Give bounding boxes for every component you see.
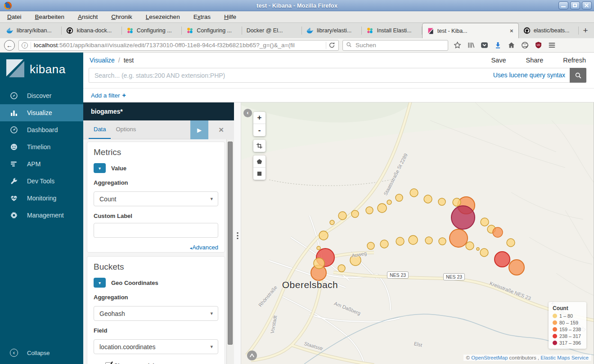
- breadcrumb-visualize-link[interactable]: Visualize: [90, 57, 115, 64]
- browser-tab-kibana-dock[interactable]: kibana-dock...: [62, 23, 122, 38]
- metric-aggregation-select[interactable]: Count ▾: [94, 191, 218, 206]
- map-bubble[interactable]: [317, 246, 320, 250]
- map-bubble[interactable]: [314, 258, 324, 269]
- browser-search-input[interactable]: [355, 41, 445, 49]
- coordinate-map[interactable]: Staatsstraße St 2289AuwegRhönstraßeVorst…: [241, 102, 594, 364]
- menu-item[interactable]: Hilfe: [224, 13, 236, 20]
- map-bubble[interactable]: [495, 252, 510, 267]
- field-select[interactable]: location.coordinates ▾: [94, 339, 218, 354]
- browser-tab-test-kiba[interactable]: test - Kiba... ×: [422, 23, 519, 38]
- map-bubble[interactable]: [330, 220, 334, 225]
- star-icon[interactable]: [454, 41, 461, 49]
- map-bubble[interactable]: [493, 227, 503, 237]
- url-bar[interactable]: i localhost:5601/app/kibana#/visualize/e…: [18, 40, 339, 51]
- pocket-icon[interactable]: [481, 41, 488, 49]
- browser-search-bar[interactable]: [342, 40, 448, 51]
- new-tab-button[interactable]: +: [579, 24, 592, 37]
- map-bubble[interactable]: [409, 235, 418, 244]
- draw-rectangle-button[interactable]: [253, 168, 266, 180]
- sidebar-item-timelion[interactable]: Timelion: [0, 138, 83, 155]
- map-bubble[interactable]: [338, 265, 345, 272]
- openstreetmap-link[interactable]: OpenStreetMap: [471, 355, 508, 360]
- zoom-in-button[interactable]: +: [253, 112, 266, 124]
- refresh-button[interactable]: Refresh: [563, 57, 586, 64]
- map-bubble[interactable]: [509, 260, 524, 275]
- sidebar-item-visualize[interactable]: Visualize: [0, 104, 83, 121]
- reload-icon[interactable]: [326, 42, 336, 49]
- apply-changes-button[interactable]: ▶: [190, 120, 208, 139]
- editor-tab-data[interactable]: Data: [89, 120, 111, 139]
- map-bubble[interactable]: [477, 248, 479, 250]
- browser-tab-configuring[interactable]: Configuring ...: [122, 23, 182, 38]
- menu-item[interactable]: Ansicht: [78, 13, 98, 20]
- query-search-button[interactable]: [570, 68, 586, 83]
- map-bubble[interactable]: [507, 239, 515, 247]
- share-button[interactable]: Share: [526, 57, 544, 64]
- map-bubble[interactable]: [453, 198, 461, 206]
- add-filter-link[interactable]: Add a filter: [91, 92, 120, 99]
- info-icon[interactable]: i: [22, 42, 28, 49]
- browser-tab-docker-el[interactable]: Docker @ El...: [242, 23, 302, 38]
- map-bubble[interactable]: [350, 255, 361, 266]
- browser-tab-library-elasti[interactable]: library/elasti...: [302, 23, 362, 38]
- editor-scrollbar[interactable]: [226, 139, 234, 364]
- sidebar-item-dashboard[interactable]: Dashboard: [0, 121, 83, 138]
- close-button[interactable]: [582, 1, 592, 9]
- map-bubble[interactable]: [466, 242, 474, 250]
- map-bubble[interactable]: [410, 189, 418, 197]
- download-icon[interactable]: [494, 41, 502, 49]
- map-attribution-button[interactable]: [247, 351, 257, 360]
- menu-item[interactable]: Datei: [7, 13, 22, 20]
- map-bubble[interactable]: [367, 242, 374, 249]
- fit-bounds-button[interactable]: [253, 140, 266, 152]
- sidebar-item-monitoring[interactable]: Monitoring: [0, 190, 83, 207]
- sidebar-item-management[interactable]: Management: [0, 207, 83, 224]
- bucket-aggregation-select[interactable]: Geohash ▾: [94, 306, 218, 321]
- browser-tab-elastic-beats[interactable]: elastic/beats...: [519, 23, 579, 38]
- minimize-button[interactable]: [558, 1, 568, 9]
- menu-item[interactable]: Extras: [194, 13, 211, 20]
- zoom-out-button[interactable]: -: [253, 124, 266, 136]
- map-bubble[interactable]: [438, 198, 446, 205]
- map-bubble[interactable]: [480, 249, 488, 257]
- lucene-syntax-link[interactable]: Uses lucene query syntax: [493, 71, 565, 79]
- elastic-maps-service-link[interactable]: Elastic Maps Service: [540, 355, 589, 360]
- map-bubble[interactable]: [378, 204, 387, 213]
- browser-tab-configuring[interactable]: Configuring ...: [182, 23, 242, 38]
- maximize-button[interactable]: [570, 1, 580, 9]
- map-bubble[interactable]: [481, 218, 489, 226]
- tab-close-icon[interactable]: ×: [509, 27, 514, 34]
- map-bubble[interactable]: [425, 237, 432, 244]
- home-icon[interactable]: [508, 41, 515, 49]
- save-button[interactable]: Save: [491, 57, 506, 64]
- map-bubble[interactable]: [396, 194, 403, 201]
- map-bubble[interactable]: [451, 206, 475, 229]
- map-bubble[interactable]: [338, 212, 346, 220]
- metric-collapse-button[interactable]: ▾: [94, 163, 106, 173]
- map-bubble[interactable]: [319, 231, 328, 240]
- add-filter-plus-icon[interactable]: +: [122, 92, 126, 99]
- sidebar-collapse-button[interactable]: ‹ Collapse: [0, 345, 83, 360]
- scrollbar-thumb[interactable]: [228, 142, 233, 345]
- browser-tab-install-elasti[interactable]: Install Elasti...: [362, 23, 422, 38]
- sidebar-item-dev-tools[interactable]: Dev Tools: [0, 173, 83, 190]
- map-bubble[interactable]: [351, 210, 359, 218]
- map-bubble[interactable]: [450, 229, 468, 247]
- library-icon[interactable]: [467, 41, 475, 49]
- map-bubble[interactable]: [387, 200, 392, 204]
- menu-icon[interactable]: [548, 41, 556, 49]
- screenshot-icon[interactable]: [521, 41, 529, 49]
- menu-item[interactable]: Lesezeichen: [146, 13, 180, 20]
- menu-item[interactable]: Chronik: [111, 13, 132, 20]
- precision-checkbox[interactable]: [105, 362, 112, 364]
- draw-polygon-button[interactable]: [253, 155, 266, 168]
- ublock-icon[interactable]: UO: [535, 41, 542, 49]
- bucket-collapse-button[interactable]: ▾: [94, 278, 106, 288]
- browser-tab-library-kiban[interactable]: library/kiban...: [2, 23, 62, 38]
- map-bubble[interactable]: [396, 237, 404, 245]
- map-bubble[interactable]: [380, 240, 388, 248]
- sidebar-item-apm[interactable]: APM: [0, 155, 83, 173]
- map-bubble[interactable]: [439, 238, 446, 245]
- collapse-panel-chevron-button[interactable]: ‹: [243, 109, 252, 117]
- map-bubble[interactable]: [424, 195, 432, 203]
